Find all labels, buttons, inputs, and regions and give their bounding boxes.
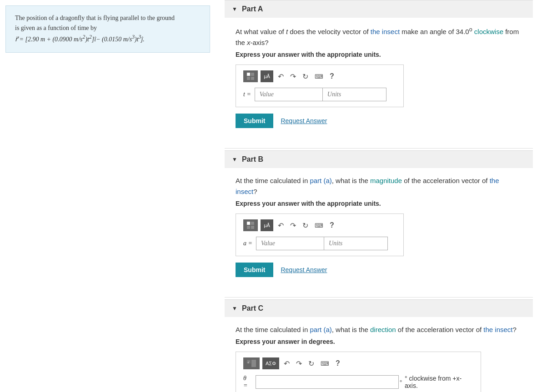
part-b-submit-button[interactable]: Submit xyxy=(236,263,273,277)
part-c-input-area: √ ΑΣΦ ↶ ↷ ↻ ⌨ ? θ = xyxy=(236,352,481,392)
refresh-button-b[interactable]: ↻ xyxy=(301,220,310,231)
part-c-theta-label: θ = xyxy=(243,375,252,389)
part-a-units-input[interactable] xyxy=(323,88,386,101)
svg-rect-10 xyxy=(251,360,256,367)
part-a-value-input[interactable] xyxy=(255,88,323,101)
part-b-question: At the time calculated in part (a), what… xyxy=(236,175,522,197)
redo-button-a[interactable]: ↷ xyxy=(288,71,298,82)
part-b-units-input[interactable] xyxy=(324,237,388,250)
greek-button-c[interactable]: ΑΣΦ xyxy=(262,357,279,369)
part-a-eq-label: t = xyxy=(243,91,251,98)
undo-button-c[interactable]: ↶ xyxy=(282,358,291,369)
part-a-header[interactable]: ▼ Part A xyxy=(225,0,533,18)
part-a-submit-button[interactable]: Submit xyxy=(236,114,273,128)
greek-button-b[interactable]: μÅ xyxy=(261,219,273,231)
matrix-button-b[interactable] xyxy=(243,219,258,231)
part-a-equation-row: t = xyxy=(243,88,396,101)
svg-rect-6 xyxy=(247,226,250,229)
keyboard-button-c[interactable]: ⌨ xyxy=(319,359,331,368)
part-b-input-area: μÅ ↶ ↷ ↻ ⌨ ? a = xyxy=(236,213,404,256)
part-c-subtext: Express your answer in degrees. xyxy=(236,338,522,345)
svg-rect-2 xyxy=(247,77,250,80)
part-a-arrow[interactable]: ▼ xyxy=(232,6,237,13)
degree-symbol: ° xyxy=(400,378,402,386)
part-b-action-row: Submit Request Answer xyxy=(236,263,522,277)
part-c-header[interactable]: ▼ Part C xyxy=(225,299,533,317)
greek-button-a[interactable]: μÅ xyxy=(261,70,273,82)
part-a-input-area: μÅ ↶ ↷ ↻ ⌨ ? t = xyxy=(236,65,404,107)
part-a-request-answer[interactable]: Request Answer xyxy=(281,117,327,124)
help-button-a[interactable]: ? xyxy=(328,71,336,81)
keyboard-button-b[interactable]: ⌨ xyxy=(313,221,325,230)
part-c-question: At the time calculated in part (a), what… xyxy=(236,324,522,335)
part-a-content: At what value of t does the velocity vec… xyxy=(225,18,533,146)
part-a-toolbar: μÅ ↶ ↷ ↻ ⌨ ? xyxy=(243,70,396,82)
help-button-c[interactable]: ? xyxy=(334,358,342,368)
keyboard-button-a[interactable]: ⌨ xyxy=(313,72,325,81)
part-a-question: At what value of t does the velocity vec… xyxy=(236,25,522,48)
svg-rect-7 xyxy=(251,226,254,229)
refresh-button-a[interactable]: ↻ xyxy=(301,71,310,82)
svg-rect-5 xyxy=(251,222,254,225)
part-b-subtext: Express your answer with the appropriate… xyxy=(236,200,522,207)
part-a-subtext: Express your answer with the appropriate… xyxy=(236,51,522,58)
part-b-equation-row: a = xyxy=(243,237,396,250)
part-b-arrow[interactable]: ▼ xyxy=(232,156,237,163)
undo-button-a[interactable]: ↶ xyxy=(276,71,286,82)
formula-text: r⃗ = [2.90 m + (0.0900 m/s2)t2]î− (0.01… xyxy=(15,36,145,43)
part-c-suffix: ° clockwise from +x-axis. xyxy=(405,375,473,389)
part-a-action-row: Submit Request Answer xyxy=(236,114,522,128)
refresh-button-c[interactable]: ↻ xyxy=(306,358,316,369)
part-c-content: At the time calculated in part (a), what… xyxy=(225,317,533,392)
svg-rect-0 xyxy=(247,73,250,76)
help-button-b[interactable]: ? xyxy=(328,220,336,230)
undo-button-b[interactable]: ↶ xyxy=(276,220,286,231)
svg-rect-3 xyxy=(251,77,254,80)
part-c-theta-input[interactable] xyxy=(256,375,398,389)
part-b-toolbar: μÅ ↶ ↷ ↻ ⌨ ? xyxy=(243,219,396,231)
part-c-theta-row: θ = ° ° clockwise from +x-axis. xyxy=(243,375,473,389)
matrix-button-c[interactable]: √ xyxy=(243,357,260,369)
part-c-toolbar: √ ΑΣΦ ↶ ↷ ↻ ⌨ ? xyxy=(243,357,473,369)
part-b-title: Part B xyxy=(242,155,263,164)
redo-button-c[interactable]: ↷ xyxy=(294,358,304,369)
part-c-arrow[interactable]: ▼ xyxy=(232,305,237,312)
right-panel: ▼ Part A At what value of t does the vel… xyxy=(216,0,542,392)
part-b-value-input[interactable] xyxy=(256,237,324,250)
part-c-title: Part C xyxy=(242,304,263,313)
svg-rect-1 xyxy=(251,73,254,76)
matrix-button-a[interactable] xyxy=(243,70,258,82)
description-text: The position of a dragonfly that is flyi… xyxy=(15,13,201,45)
part-b-eq-label: a = xyxy=(243,240,252,247)
part-b-request-answer[interactable]: Request Answer xyxy=(281,266,327,273)
part-a-title: Part A xyxy=(242,5,263,13)
problem-description: The position of a dragonfly that is flyi… xyxy=(5,5,210,53)
part-b-content: At the time calculated in part (a), what… xyxy=(225,168,533,295)
svg-rect-4 xyxy=(247,222,250,225)
part-b-header[interactable]: ▼ Part B xyxy=(225,150,533,168)
redo-button-b[interactable]: ↷ xyxy=(288,220,298,231)
svg-text:√: √ xyxy=(247,361,249,364)
